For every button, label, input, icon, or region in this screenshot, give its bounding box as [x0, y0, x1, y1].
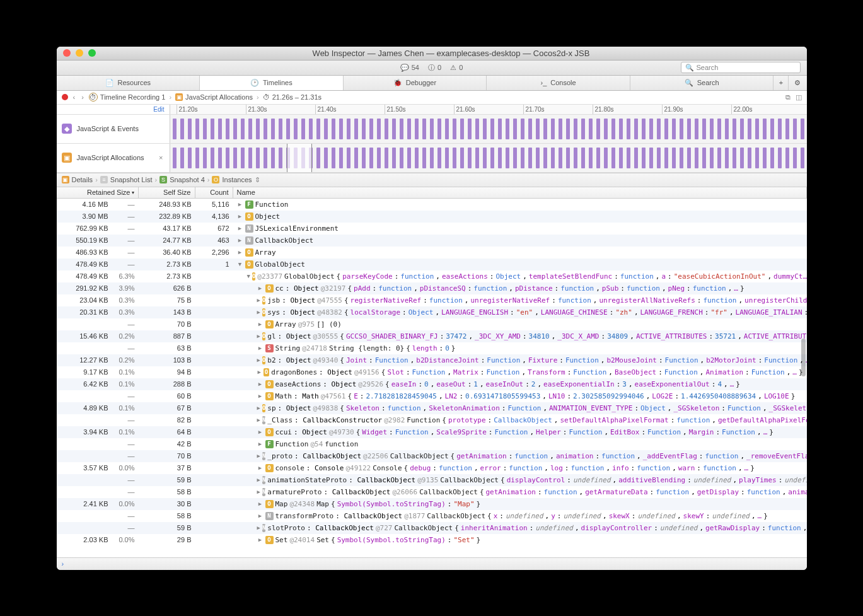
tab-search[interactable]: 🔍Search: [630, 76, 774, 90]
settings-button[interactable]: ⚙: [789, 76, 806, 90]
table-row[interactable]: —60 BO Math: Math @47561 {E: 2.718281828…: [57, 390, 807, 402]
table-row[interactable]: 6.42 KB0.1%288 BO easeActions: Object @2…: [57, 378, 807, 390]
table-row[interactable]: 4.16 MB—248.93 KB5,116F Function: [57, 199, 807, 211]
table-row[interactable]: 486.93 KB—36.40 KB2,296O Array: [57, 247, 807, 259]
new-tab-button[interactable]: +: [773, 76, 789, 90]
crumb-snapshot-4[interactable]: Snapshot 4: [170, 176, 205, 183]
disclosure-triangle[interactable]: [247, 273, 250, 279]
table-row[interactable]: 762.99 KB—43.17 KB672N JSLexicalEnvironm…: [57, 223, 807, 235]
table-row[interactable]: 478.49 KB6.3%2.73 KBO @23377 GlobalObjec…: [57, 270, 807, 282]
layout-icon[interactable]: ⧉: [785, 93, 791, 102]
table-row[interactable]: 3.90 MB—232.89 KB4,136O Object: [57, 211, 807, 223]
table-row[interactable]: 9.17 KB0.1%94 BO dragonBones: Object @49…: [57, 366, 807, 378]
disclosure-triangle[interactable]: [237, 225, 243, 231]
console-warn-badge[interactable]: ⚠ 0: [450, 64, 463, 72]
table-row[interactable]: 20.31 KB0.3%143 BO sys: Object @48382 {l…: [57, 306, 807, 318]
table-row[interactable]: —58 BN armatureProto: CallbackObject @26…: [57, 486, 807, 498]
col-name[interactable]: Name: [233, 187, 807, 198]
crumb-allocations[interactable]: ▣JavaScript Allocations: [175, 93, 253, 101]
disclosure-triangle[interactable]: [257, 465, 264, 471]
table-row[interactable]: —63 BS String@24718 String {length: 0} {…: [57, 342, 807, 354]
forward-button[interactable]: ›: [80, 93, 85, 101]
col-self-size[interactable]: Self Size: [139, 187, 195, 198]
crumb-snapshot-list[interactable]: Snapshot List: [110, 176, 153, 183]
tab-timelines[interactable]: 🕑Timelines: [200, 76, 344, 90]
table-row[interactable]: 23.04 KB0.3%75 BO jsb: Object @47555 {re…: [57, 294, 807, 306]
disclosure-triangle[interactable]: [257, 369, 262, 375]
scrollbar[interactable]: [801, 339, 806, 376]
table-row[interactable]: —58 BN transformProto: CallbackObject @1…: [57, 510, 807, 522]
back-button[interactable]: ‹: [72, 93, 77, 101]
disclosure-triangle[interactable]: [257, 513, 264, 519]
disclosure-triangle[interactable]: [257, 297, 260, 303]
disclosure-triangle[interactable]: [257, 405, 260, 411]
disclosure-triangle[interactable]: [237, 237, 243, 243]
table-row[interactable]: 550.19 KB—24.77 KB463N CallbackObject: [57, 235, 807, 247]
table-row[interactable]: 12.27 KB0.2%103 BO b2: Object @49340 {Jo…: [57, 354, 807, 366]
record-button[interactable]: [62, 94, 68, 100]
table-row[interactable]: 3.57 KB0.0%37 BO console: Console @49122…: [57, 462, 807, 474]
tab-debugger[interactable]: 🐞Debugger: [344, 76, 487, 90]
table-row[interactable]: 4.89 KB0.1%67 BO sp: Object @49838 {Skel…: [57, 402, 807, 414]
tab-console[interactable]: ›_Console: [487, 76, 630, 90]
close-window-button[interactable]: [63, 49, 71, 57]
js-events-icon: ◆: [62, 124, 72, 134]
disclosure-triangle[interactable]: [257, 477, 260, 483]
disclosure-triangle[interactable]: [257, 321, 264, 327]
table-row[interactable]: —70 BO Array@975 [] (0): [57, 318, 807, 330]
disclosure-triangle[interactable]: [237, 201, 243, 207]
type-badge: O: [262, 404, 265, 412]
console-messages-badge[interactable]: 💬 54: [400, 64, 419, 72]
titlebar: Web Inspector — James Chen — examplecase…: [57, 47, 807, 61]
table-row[interactable]: —59 BN slotProto: CallbackObject @727 Ca…: [57, 522, 807, 534]
table-row[interactable]: —42 BF Function@54 function: [57, 438, 807, 450]
timeline-ruler[interactable]: 21.20s21.30s21.40s21.50s21.60s21.70s21.8…: [170, 105, 807, 114]
table-row[interactable]: —70 BN _proto: CallbackObject @22506 Cal…: [57, 450, 807, 462]
disclosure-triangle[interactable]: [257, 345, 264, 351]
table-row[interactable]: —59 BN animationStateProto: CallbackObje…: [57, 474, 807, 486]
disclosure-triangle[interactable]: [257, 417, 260, 423]
crumb-timerange[interactable]: ⏱21.26s – 21.31s: [263, 93, 321, 101]
tab-resources[interactable]: 📄Resources: [57, 76, 200, 90]
disclosure-triangle[interactable]: [257, 525, 260, 531]
table-row[interactable]: 2.41 KB0.0%30 BO Map@24348 Map {Symbol(S…: [57, 498, 807, 510]
search-input[interactable]: 🔍 Search: [681, 62, 801, 73]
instances-icon: O: [212, 176, 219, 183]
disclosure-triangle[interactable]: [257, 309, 260, 315]
disclosure-triangle[interactable]: [257, 453, 260, 459]
table-row[interactable]: 291.92 KB3.9%626 BO cc: Object @32197 {p…: [57, 282, 807, 294]
table-row[interactable]: 2.03 KB0.0%29 BO Set@24014 Set {Symbol(S…: [57, 534, 807, 546]
disclosure-triangle[interactable]: [237, 261, 243, 267]
disclosure-triangle[interactable]: [257, 537, 264, 543]
table-row[interactable]: 15.46 KB0.2%887 BO gl: Object @30555 {GC…: [57, 330, 807, 342]
console-prompt[interactable]: ›: [57, 557, 807, 570]
table-row[interactable]: —82 BN _Class: CallbackConstructor @2982…: [57, 414, 807, 426]
crumb-recording[interactable]: ⏱Timeline Recording 1: [89, 93, 166, 102]
disclosure-triangle[interactable]: [237, 213, 243, 219]
table-row[interactable]: 3.94 KB0.1%64 BO ccui: Object @49730 {Wi…: [57, 426, 807, 438]
disclosure-triangle[interactable]: [257, 393, 264, 399]
col-retained-size[interactable]: Retained Size ▾: [57, 187, 139, 198]
crumb-instances[interactable]: Instances: [222, 176, 252, 183]
table-row[interactable]: 478.49 KB—2.73 KB1O GlobalObject: [57, 259, 807, 270]
col-count[interactable]: Count: [195, 187, 233, 198]
edit-button[interactable]: Edit: [57, 105, 170, 114]
disclosure-triangle[interactable]: [257, 381, 264, 387]
console-info-badge[interactable]: ⓘ 0: [428, 63, 441, 73]
close-track-button[interactable]: ×: [159, 154, 163, 161]
type-badge: O: [265, 428, 274, 436]
disclosure-triangle[interactable]: [257, 489, 260, 495]
table-body[interactable]: 4.16 MB—248.93 KB5,116F Function3.90 MB—…: [57, 199, 807, 557]
disclosure-triangle[interactable]: [257, 429, 264, 435]
disclosure-triangle[interactable]: [257, 285, 264, 291]
disclosure-triangle[interactable]: [237, 249, 243, 255]
crumb-details[interactable]: Details: [72, 176, 93, 183]
disclosure-triangle[interactable]: [257, 501, 264, 507]
type-badge: F: [265, 440, 274, 448]
disclosure-triangle[interactable]: [257, 441, 264, 447]
minimize-window-button[interactable]: [76, 49, 83, 57]
sidebar-icon[interactable]: ◫: [796, 93, 802, 102]
zoom-window-button[interactable]: [88, 49, 96, 57]
disclosure-triangle[interactable]: [257, 333, 260, 339]
disclosure-triangle[interactable]: [257, 357, 260, 363]
